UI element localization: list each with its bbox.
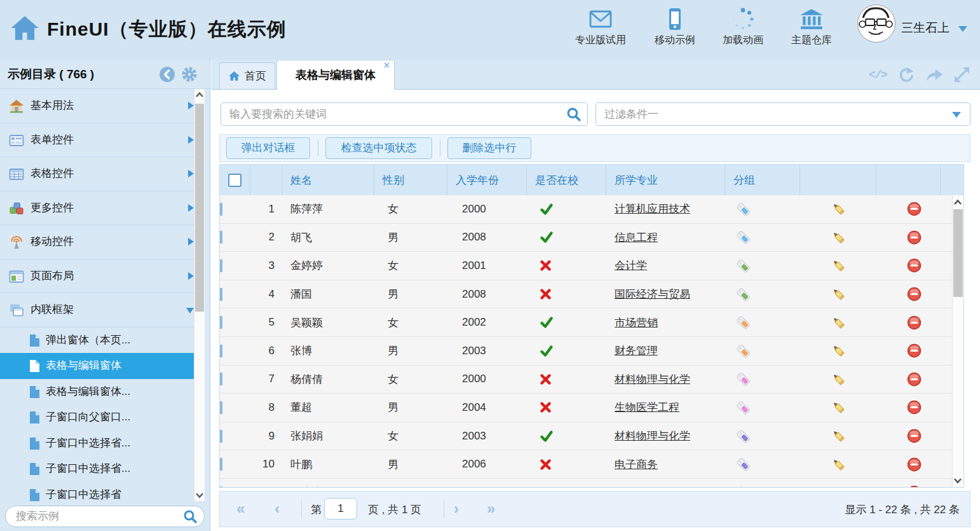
delete-selected-button[interactable]: 删除选中行	[447, 137, 531, 159]
edit-icon[interactable]	[831, 457, 846, 472]
search-icon[interactable]	[566, 107, 582, 122]
scroll-up-icon[interactable]	[194, 89, 205, 100]
sidebar-subitem[interactable]: 子窗口中选择省...	[0, 456, 194, 482]
edit-icon[interactable]	[831, 400, 846, 415]
caret-down-icon[interactable]	[958, 26, 967, 32]
major-link[interactable]: 市场营销	[615, 317, 658, 329]
row-checkbox[interactable]	[220, 373, 222, 385]
tag-icon[interactable]	[736, 457, 751, 472]
expand-icon[interactable]	[954, 67, 970, 83]
sidebar-subitem-selected[interactable]: 表格与编辑窗体	[0, 353, 194, 379]
table-row[interactable]: 7 杨倩倩 女 2000 材料物理与化学	[220, 366, 952, 394]
major-link[interactable]: 电子商务	[615, 459, 658, 471]
delete-icon[interactable]	[907, 457, 922, 472]
collapse-circle-icon[interactable]	[159, 66, 175, 83]
scrollbar-thumb[interactable]	[195, 104, 204, 312]
sidebar-item-more[interactable]: 更多控件	[0, 191, 194, 226]
next-page-button[interactable]: ›	[454, 500, 459, 518]
username[interactable]: 三生石上	[901, 20, 949, 36]
major-link[interactable]: 材料物理与化学	[615, 373, 690, 385]
tab-home[interactable]: 首页	[219, 62, 275, 89]
scroll-down-icon[interactable]	[953, 475, 963, 486]
sidebar-item-mobile[interactable]: 移动控件	[0, 225, 194, 259]
major-link[interactable]: 计算机应用技术	[615, 203, 690, 215]
row-checkbox[interactable]	[220, 430, 222, 443]
major-link[interactable]: 信息工程	[615, 231, 658, 244]
scroll-down-icon[interactable]	[194, 490, 205, 501]
delete-icon[interactable]	[907, 230, 922, 245]
header-gender[interactable]: 性别	[374, 165, 447, 195]
edit-icon[interactable]	[831, 258, 846, 273]
tag-icon[interactable]	[736, 343, 751, 359]
last-page-button[interactable]: »	[487, 500, 495, 518]
search-icon[interactable]	[183, 509, 198, 524]
table-row[interactable]: 11 杨晓晓 女 2002 管理科学	[220, 479, 952, 487]
header-major[interactable]: 所学专业	[606, 165, 725, 195]
tag-icon[interactable]	[736, 202, 751, 217]
table-row[interactable]: 5 吴颖颖 女 2002 市场营销	[220, 308, 952, 337]
major-link[interactable]: 国际经济与贸易	[615, 288, 690, 300]
sidebar-search-input[interactable]	[5, 506, 205, 527]
table-row[interactable]: 10 叶鹏 男 2006 电子商务	[220, 450, 952, 479]
table-row[interactable]: 2 胡飞 男 2008 信息工程	[220, 224, 952, 252]
select-all-checkbox[interactable]	[228, 174, 242, 187]
major-link[interactable]: 管理科学	[615, 486, 658, 487]
sidebar-item-iframe[interactable]: 内联框架	[0, 293, 194, 328]
delete-icon[interactable]	[907, 372, 922, 387]
delete-icon[interactable]	[907, 315, 922, 330]
table-row[interactable]: 9 张娟娟 女 2003 材料物理与化学	[220, 422, 952, 451]
nav-item-themes[interactable]: 主题仓库	[773, 6, 850, 47]
table-row[interactable]: 3 金婷婷 女 2001 会计学	[220, 252, 952, 280]
row-checkbox[interactable]	[220, 288, 222, 301]
share-icon[interactable]	[925, 67, 943, 83]
tag-icon[interactable]	[736, 258, 751, 273]
edit-icon[interactable]	[831, 372, 846, 387]
header-group[interactable]: 分组	[725, 165, 800, 195]
delete-icon[interactable]	[907, 429, 922, 443]
sidebar-item-layout[interactable]: 页面布局	[0, 259, 194, 294]
major-link[interactable]: 会计学	[615, 259, 647, 272]
sidebar-item-basic[interactable]: 基本用法	[0, 89, 194, 123]
delete-icon[interactable]	[907, 343, 922, 358]
row-checkbox[interactable]	[220, 259, 222, 272]
tag-icon[interactable]	[736, 315, 751, 330]
sidebar-subitem[interactable]: 子窗口中选择省...	[0, 431, 194, 457]
sidebar-item-grid[interactable]: 表格控件	[0, 157, 194, 191]
nav-item-mobile[interactable]: 移动示例	[636, 6, 714, 47]
filter-dropdown[interactable]: 过滤条件一	[595, 102, 970, 126]
tag-icon[interactable]	[736, 485, 751, 487]
open-dialog-button[interactable]: 弹出对话框	[226, 137, 310, 159]
scroll-up-icon[interactable]	[953, 197, 963, 208]
prev-page-button[interactable]: ‹	[275, 500, 280, 518]
row-checkbox[interactable]	[220, 486, 222, 487]
table-row[interactable]: 8 董超 男 2004 生物医学工程	[220, 394, 952, 422]
sidebar-subitem[interactable]: 弹出窗体（本页...	[0, 328, 194, 354]
sidebar-subitem[interactable]: 子窗口向父窗口...	[0, 404, 194, 431]
row-checkbox[interactable]	[220, 316, 222, 329]
delete-icon[interactable]	[907, 485, 922, 487]
row-checkbox[interactable]	[220, 458, 222, 471]
sidebar-subitem[interactable]: 子窗口中选择省	[0, 482, 194, 501]
tag-icon[interactable]	[736, 371, 751, 387]
close-icon[interactable]: ×	[384, 60, 390, 71]
page-number-input[interactable]	[324, 498, 357, 520]
first-page-button[interactable]: «	[236, 500, 245, 518]
scrollbar-thumb[interactable]	[953, 209, 963, 297]
major-link[interactable]: 材料物理与化学	[615, 430, 690, 442]
nav-item-trial[interactable]: 专业版试用	[562, 6, 639, 47]
edit-icon[interactable]	[831, 287, 846, 301]
header-name[interactable]: 姓名	[282, 165, 374, 195]
row-checkbox[interactable]	[220, 345, 222, 357]
delete-icon[interactable]	[907, 258, 922, 273]
header-year[interactable]: 入学年份	[447, 165, 527, 195]
tag-icon[interactable]	[736, 230, 751, 245]
sidebar-subitem[interactable]: 表格与编辑窗体...	[0, 379, 194, 405]
table-row[interactable]: 6 张博 男 2003 财务管理	[220, 337, 952, 366]
delete-icon[interactable]	[907, 400, 922, 415]
tag-icon[interactable]	[736, 287, 751, 302]
table-row[interactable]: 1 陈萍萍 女 2000 计算机应用技术	[220, 195, 952, 224]
tag-icon[interactable]	[736, 429, 751, 444]
edit-icon[interactable]	[831, 315, 846, 330]
row-checkbox[interactable]	[220, 231, 222, 244]
edit-icon[interactable]	[831, 485, 846, 487]
